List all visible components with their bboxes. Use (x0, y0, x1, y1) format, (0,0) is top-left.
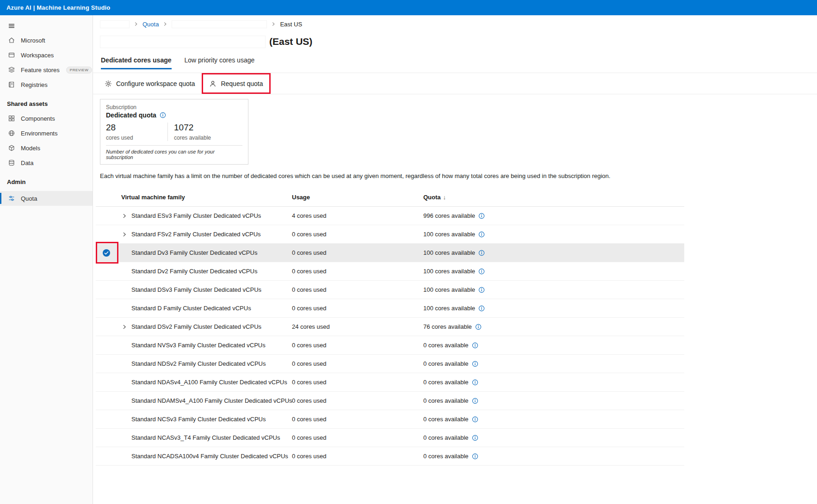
vm-family-label: Standard FSv2 Family Cluster Dedicated v… (131, 231, 261, 238)
breadcrumb-chevron-icon (134, 22, 138, 26)
family-cell: Standard NCSv3 Family Cluster Dedicated … (96, 410, 292, 428)
hamburger-menu-button[interactable] (0, 19, 93, 33)
sidebar-item-workspaces[interactable]: Workspaces (0, 48, 93, 62)
table-row[interactable]: Standard DSv3 Family Cluster Dedicated v… (96, 281, 684, 299)
table-row[interactable]: Standard NDSv2 Family Cluster Dedicated … (96, 355, 684, 373)
info-icon[interactable] (472, 435, 478, 441)
usage-value: 0 cores used (292, 360, 326, 367)
vm-table-body: Standard ESv3 Family Cluster Dedicated v… (96, 207, 684, 466)
usage-value: 0 cores used (292, 434, 326, 441)
family-cell: Standard DSv3 Family Cluster Dedicated v… (96, 281, 292, 299)
card-stats: 28 cores used 1072 cores available (106, 123, 242, 141)
quota-value: 996 cores available (423, 212, 475, 219)
family-cell: Standard Dv3 Family Cluster Dedicated vC… (96, 244, 292, 262)
sidebar-item-quota[interactable]: Quota (0, 191, 93, 206)
usage-cell: 24 cores used (292, 318, 423, 336)
chevron-right-icon[interactable] (122, 213, 127, 219)
sidebar-item-label: Data (21, 160, 33, 166)
breadcrumb-quota-link[interactable]: Quota (142, 21, 159, 28)
table-row[interactable]: Standard Dv2 Family Cluster Dedicated vC… (96, 262, 684, 281)
sidebar-item-label: Workspaces (21, 52, 54, 59)
feature-stores-icon (8, 66, 15, 74)
table-row[interactable]: Standard NCASv3_T4 Family Cluster Dedica… (96, 429, 684, 447)
usage-cell: 0 cores used (292, 392, 423, 410)
configure-workspace-quota-button[interactable]: Configure workspace quota (99, 73, 200, 94)
quota-cell: 0 cores available (423, 336, 684, 354)
table-row[interactable]: Standard FSv2 Family Cluster Dedicated v… (96, 225, 684, 244)
vm-family-label: Standard Dv2 Family Cluster Dedicated vC… (131, 268, 257, 275)
info-icon[interactable] (475, 324, 482, 330)
info-icon[interactable] (472, 398, 478, 404)
tab-dedicated-cores-usage[interactable]: Dedicated cores usage (101, 56, 172, 69)
info-icon[interactable] (478, 287, 485, 293)
row-lead (96, 207, 131, 225)
chevron-right-icon[interactable] (122, 324, 127, 330)
table-row[interactable]: Standard NVSv3 Family Cluster Dedicated … (96, 336, 684, 355)
info-icon[interactable] (472, 453, 478, 460)
hamburger-icon (8, 22, 15, 30)
table-row[interactable]: Standard Dv3 Family Cluster Dedicated vC… (96, 244, 684, 262)
app-title[interactable]: Azure AI | Machine Learning Studio (6, 4, 110, 11)
table-row[interactable]: Standard NDASv4_A100 Family Cluster Dedi… (96, 373, 684, 392)
table-header-row: Virtual machine family Usage Quota ↓ (96, 188, 684, 207)
quota-cell: 0 cores available (423, 373, 684, 391)
quota-cell: 0 cores available (423, 410, 684, 428)
info-icon[interactable] (472, 416, 478, 423)
info-icon[interactable] (478, 231, 485, 238)
row-lead (96, 447, 131, 465)
vm-family-label: Standard NCADSA100v4 Family Cluster Dedi… (131, 453, 288, 460)
info-icon[interactable] (472, 361, 478, 367)
row-lead (96, 281, 131, 299)
sidebar-item-data[interactable]: Data (0, 155, 93, 170)
request-quota-button[interactable]: Request quota (204, 74, 268, 92)
row-lead (96, 373, 131, 391)
selected-check-icon[interactable] (102, 249, 111, 257)
breadcrumb-region: East US (280, 21, 302, 28)
cores-available-value: 1072 (174, 123, 211, 133)
sidebar-item-components[interactable]: Components (0, 111, 93, 126)
sidebar-item-registries[interactable]: Registries (0, 77, 93, 92)
info-icon[interactable] (472, 342, 478, 349)
usage-value: 0 cores used (292, 379, 326, 386)
configure-workspace-quota-label: Configure workspace quota (116, 80, 195, 87)
table-row[interactable]: Standard DSv2 Family Cluster Dedicated v… (96, 318, 684, 336)
sidebar-section-shared-assets: Shared assets (7, 100, 93, 107)
sidebar-item-models[interactable]: Models (0, 141, 93, 155)
sidebar-item-feature-stores[interactable]: Feature stores PREVIEW (0, 62, 93, 77)
sidebar-section-admin: Admin (7, 178, 93, 185)
info-icon[interactable] (160, 112, 166, 118)
subscription-quota-card: Subscription Dedicated quota 28 cores us… (100, 99, 248, 165)
info-icon[interactable] (478, 250, 485, 256)
cores-used-value: 28 (106, 123, 167, 133)
cores-available-label: cores available (174, 135, 211, 141)
usage-value: 4 cores used (292, 212, 326, 219)
usage-cell: 0 cores used (292, 262, 423, 280)
header-quota[interactable]: Quota ↓ (423, 188, 684, 206)
usage-cell: 0 cores used (292, 299, 423, 317)
family-cell: Standard ESv3 Family Cluster Dedicated v… (96, 207, 292, 225)
usage-value: 0 cores used (292, 268, 326, 275)
info-icon[interactable] (478, 213, 485, 219)
chevron-right-icon[interactable] (122, 232, 127, 237)
table-row[interactable]: Standard NDAMSv4_A100 Family Cluster Ded… (96, 392, 684, 410)
quota-value: 0 cores available (423, 397, 469, 404)
row-lead (96, 336, 131, 354)
vm-family-label: Standard NDSv2 Family Cluster Dedicated … (131, 360, 266, 367)
usage-cell: 0 cores used (292, 429, 423, 447)
header-virtual-machine-family: Virtual machine family (96, 188, 292, 206)
info-icon[interactable] (472, 379, 478, 386)
row-lead (96, 244, 131, 262)
sidebar-item-microsoft[interactable]: Microsoft (0, 33, 93, 48)
tab-low-priority-cores-usage[interactable]: Low priority cores usage (185, 56, 255, 69)
table-row[interactable]: Standard NCADSA100v4 Family Cluster Dedi… (96, 447, 684, 466)
table-row[interactable]: Standard D Family Cluster Dedicated vCPU… (96, 299, 684, 318)
sidebar-item-environments[interactable]: Environments (0, 126, 93, 141)
header-quota-label: Quota (423, 194, 441, 201)
info-icon[interactable] (478, 305, 485, 312)
table-row[interactable]: Standard ESv3 Family Cluster Dedicated v… (96, 207, 684, 225)
table-row[interactable]: Standard NCSv3 Family Cluster Dedicated … (96, 410, 684, 429)
info-icon[interactable] (478, 268, 485, 275)
components-icon (8, 115, 15, 122)
home-icon (8, 37, 15, 44)
sidebar-item-label: Registries (21, 81, 48, 88)
